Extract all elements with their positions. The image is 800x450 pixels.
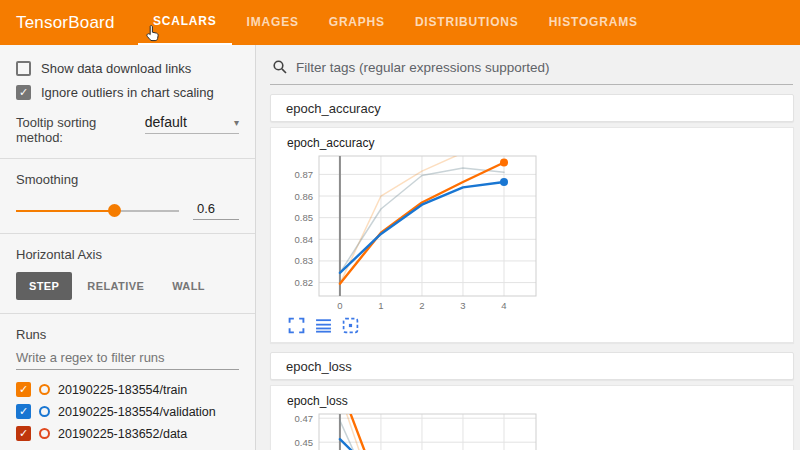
tab-images[interactable]: IMAGES (232, 0, 314, 45)
search-icon (272, 59, 288, 75)
main-panel: Filter tags (regular expressions support… (256, 45, 800, 450)
svg-text:0.86: 0.86 (295, 191, 314, 202)
runs-label: Runs (16, 327, 239, 342)
runs-filter-input[interactable]: Write a regex to filter runs (16, 350, 239, 370)
chart-title: epoch_loss (287, 394, 793, 408)
checkbox-label: Ignore outliers in chart scaling (41, 85, 214, 100)
svg-text:0.85: 0.85 (295, 212, 314, 223)
epoch-loss-chart[interactable]: 0.350.370.390.410.430.450.4701234 (283, 408, 793, 450)
run-row-data[interactable]: 20190225-183652/data (16, 426, 239, 441)
svg-text:3: 3 (460, 300, 465, 311)
smoothing-slider[interactable] (16, 204, 179, 218)
tab-distributions[interactable]: DISTRIBUTIONS (400, 0, 534, 45)
divider (0, 313, 255, 314)
svg-text:1: 1 (378, 300, 383, 311)
run-checkbox[interactable] (16, 426, 31, 441)
smoothing-thumb[interactable] (108, 204, 121, 217)
svg-text:0.84: 0.84 (295, 234, 314, 245)
tag-filter[interactable]: Filter tags (regular expressions support… (270, 53, 793, 85)
run-color-swatch[interactable] (39, 428, 50, 439)
epoch-accuracy-chart[interactable]: 0.820.830.840.850.860.8701234 (283, 150, 793, 314)
sidebar: Show data download links Ignore outliers… (0, 45, 256, 450)
run-checkbox[interactable] (16, 404, 31, 419)
checkbox-box-checked[interactable] (16, 85, 31, 100)
expand-chart-icon[interactable] (288, 317, 305, 334)
slider-track[interactable] (16, 210, 179, 212)
axis-button-step[interactable]: STEP (16, 272, 72, 300)
tooltip-sorting-label: Tooltip sorting method: (16, 115, 137, 145)
log-scale-icon[interactable] (315, 317, 332, 334)
section-header-epoch-accuracy[interactable]: epoch_accuracy (270, 94, 794, 122)
checkbox-show-download-links[interactable]: Show data download links (16, 61, 239, 76)
run-color-swatch[interactable] (39, 384, 50, 395)
app-title: TensorBoard (0, 0, 138, 45)
smoothing-value-input[interactable]: 0.6 (193, 201, 239, 220)
tooltip-sorting-value: default (145, 114, 187, 130)
section-panel-epoch-accuracy: epoch_accuracy 0.820.830.840.850.860.870… (270, 127, 794, 343)
horizontal-axis-label: Horizontal Axis (16, 247, 239, 262)
tab-scalars[interactable]: SCALARS (138, 0, 232, 45)
run-label: 20190225-183652/data (58, 427, 187, 441)
chart-title: epoch_accuracy (287, 136, 793, 150)
tab-bar: SCALARS IMAGES GRAPHS DISTRIBUTIONS HIST… (138, 0, 653, 45)
run-color-swatch[interactable] (39, 406, 50, 417)
chevron-down-icon: ▾ (234, 117, 239, 128)
run-label: 20190225-183554/validation (58, 405, 216, 419)
app-header: TensorBoard SCALARS IMAGES GRAPHS DISTRI… (0, 0, 800, 45)
smoothing-label: Smoothing (16, 172, 239, 187)
svg-text:0.47: 0.47 (295, 413, 314, 424)
chart-actions (288, 317, 793, 334)
checkbox-label: Show data download links (41, 61, 191, 76)
tab-histograms[interactable]: HISTOGRAMS (534, 0, 653, 45)
svg-text:0.87: 0.87 (295, 169, 314, 180)
axis-button-wall[interactable]: WALL (159, 272, 218, 300)
svg-text:0: 0 (337, 300, 342, 311)
svg-text:0.83: 0.83 (295, 255, 314, 266)
run-checkbox[interactable] (16, 382, 31, 397)
svg-text:2: 2 (419, 300, 424, 311)
smoothing-fill (16, 210, 114, 212)
tag-filter-placeholder: Filter tags (regular expressions support… (296, 60, 550, 75)
run-row-validation[interactable]: 20190225-183554/validation (16, 404, 239, 419)
checkbox-ignore-outliers[interactable]: Ignore outliers in chart scaling (16, 85, 239, 100)
divider (0, 158, 255, 159)
fit-domain-icon[interactable] (342, 317, 359, 334)
divider (0, 233, 255, 234)
tooltip-sorting-select[interactable]: default ▾ (145, 114, 239, 134)
tab-graphs[interactable]: GRAPHS (314, 0, 400, 45)
svg-text:0.82: 0.82 (295, 277, 314, 288)
svg-text:0.45: 0.45 (295, 437, 314, 448)
svg-text:4: 4 (501, 300, 506, 311)
axis-button-relative[interactable]: RELATIVE (74, 272, 157, 300)
checkbox-box-unchecked[interactable] (16, 61, 31, 76)
section-header-epoch-loss[interactable]: epoch_loss (270, 352, 794, 380)
run-label: 20190225-183554/train (58, 383, 187, 397)
run-row-train[interactable]: 20190225-183554/train (16, 382, 239, 397)
section-panel-epoch-loss: epoch_loss 0.350.370.390.410.430.450.470… (270, 385, 794, 450)
